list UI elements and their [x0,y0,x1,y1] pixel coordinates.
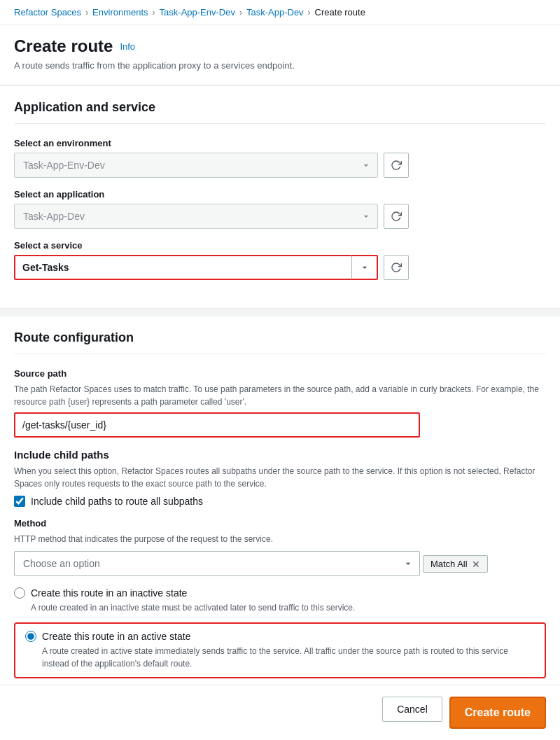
environment-label: Select an environment [14,138,546,148]
include-child-field: Include child paths When you select this… [14,449,546,507]
route-state-active-row: Create this route in an active state [25,631,535,642]
environment-field: Select an environment Task-App-Env-Dev [14,138,546,178]
service-select-inner[interactable]: Get-Tasks [14,255,378,280]
page-subtitle: A route sends traffic from the applicati… [14,60,546,71]
page-title: Create route [14,36,113,56]
source-path-input[interactable] [14,412,420,438]
info-link[interactable]: Info [120,41,135,52]
route-state-inactive-row: Create this route in an inactive state [14,587,546,599]
section-app-service: Application and service Select an enviro… [0,85,560,309]
section-route-config-title: Route configuration [14,330,546,354]
environment-select-wrapper: Task-App-Env-Dev [14,153,546,178]
include-child-checkbox-label[interactable]: Include child paths to route all subpath… [31,496,203,507]
route-state-inactive-description: A route created in an inactive state mus… [31,601,546,614]
breadcrumb-separator: › [308,8,311,18]
application-refresh-button[interactable] [384,204,409,229]
service-select-wrapper: Get-Tasks [14,255,546,280]
route-state-active-label[interactable]: Create this route in an active state [42,631,190,642]
route-state-inactive-item: Create this route in an inactive state A… [14,587,546,614]
route-state-active-description: A route created in active state immediat… [42,645,535,670]
route-state-inactive-radio[interactable] [14,587,25,599]
environment-refresh-button[interactable] [384,153,409,178]
service-field: Select a service Get-Tasks [14,240,546,280]
breadcrumb-link-environments[interactable]: Environments [92,7,148,18]
source-path-description: The path Refactor Spaces uses to match t… [14,383,546,408]
breadcrumb-link-app-dev[interactable]: Task-App-Dev [246,7,304,18]
service-label: Select a service [14,240,546,251]
include-child-checkbox[interactable] [14,496,25,507]
footer-bar: Cancel Create route [0,685,560,740]
application-select-wrapper: Task-App-Dev [14,204,546,229]
route-state-inactive-label[interactable]: Create this route in an inactive state [31,587,187,599]
route-state-active-item: Create this route in an active state A r… [14,622,546,678]
include-child-row: Include child paths to route all subpath… [14,496,546,507]
method-select[interactable]: Choose an option [14,551,420,576]
breadcrumb-separator: › [153,8,155,18]
method-description: HTTP method that indicates the purpose o… [14,533,546,545]
breadcrumb-separator: › [239,8,242,18]
method-label: Method [14,518,546,529]
environment-select[interactable]: Task-App-Env-Dev [14,153,378,178]
cancel-button[interactable]: Cancel [382,697,442,722]
method-tag-remove-button[interactable]: ✕ [472,559,480,569]
method-tag-label: Match All [430,559,468,569]
service-select-arrow-icon[interactable] [351,256,377,279]
route-state-active-radio[interactable] [25,631,36,642]
application-select[interactable]: Task-App-Dev [14,204,378,229]
method-field: Method HTTP method that indicates the pu… [14,518,546,576]
section-app-service-title: Application and service [14,100,546,124]
method-tag-badge: Match All ✕ [423,555,488,573]
breadcrumb: Refactor Spaces › Environments › Task-Ap… [0,0,560,25]
include-child-description: When you select this option, Refactor Sp… [14,465,546,490]
breadcrumb-current: Create route [315,7,365,18]
service-refresh-button[interactable] [384,255,409,280]
source-path-field: Source path The path Refactor Spaces use… [14,368,546,438]
route-state-group: Create this route in an inactive state A… [14,587,546,678]
section-divider [0,310,560,316]
application-label: Select an application [14,189,546,200]
breadcrumb-link-env-dev[interactable]: Task-App-Env-Dev [160,7,235,18]
breadcrumb-separator: › [85,8,88,18]
breadcrumb-link-refactor-spaces[interactable]: Refactor Spaces [14,7,81,18]
create-route-button[interactable]: Create route [449,697,546,729]
source-path-label: Source path [14,368,546,379]
application-field: Select an application Task-App-Dev [14,189,546,229]
page-header: Create route Info A route sends traffic … [0,25,560,85]
service-select-value: Get-Tasks [15,262,351,273]
section-route-config: Route configuration Source path The path… [0,316,560,704]
include-child-title: Include child paths [14,449,546,461]
